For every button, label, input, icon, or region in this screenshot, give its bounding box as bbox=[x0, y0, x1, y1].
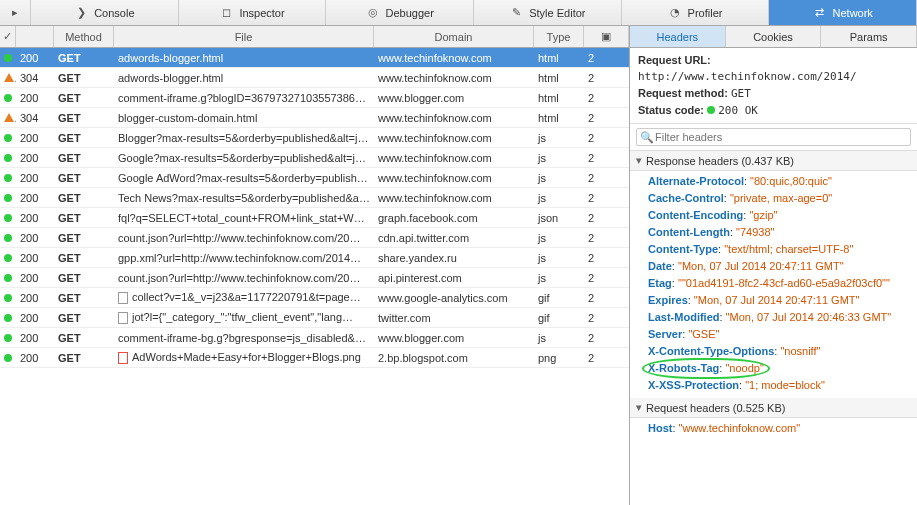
status-ok-icon bbox=[4, 214, 12, 222]
cell-type: gif bbox=[534, 312, 584, 324]
cell-extra: 2 bbox=[584, 252, 629, 264]
console-icon: ❯ bbox=[74, 6, 88, 20]
response-headers-toggle[interactable]: ▾Response headers (0.437 KB) bbox=[630, 151, 917, 171]
tab-headers[interactable]: Headers bbox=[630, 26, 726, 47]
cell-method: GET bbox=[54, 72, 114, 84]
tab-console[interactable]: ❯Console bbox=[31, 0, 179, 25]
cell-code: 200 bbox=[16, 352, 54, 364]
devtools-toolbar: ▸ ❯Console ◻Inspector ◎Debugger ✎Style E… bbox=[0, 0, 917, 26]
status-ok-icon bbox=[4, 134, 12, 142]
header-key: Date bbox=[648, 260, 672, 272]
request-row[interactable]: 200GETcomment-iframe-bg.g?bgresponse=js_… bbox=[0, 328, 629, 348]
header-key: Cache-Control bbox=[648, 192, 724, 204]
cell-file: Google AdWord?max-results=5&orderby=publ… bbox=[114, 172, 374, 184]
header-entry: X-Robots-Tag:noodp bbox=[648, 360, 917, 377]
cell-code: 200 bbox=[16, 52, 54, 64]
requests-header: ✓ Method File Domain Type ▣ bbox=[0, 26, 629, 48]
col-extra[interactable]: ▣ bbox=[584, 26, 629, 47]
request-row[interactable]: 200GETBlogger?max-results=5&orderby=publ… bbox=[0, 128, 629, 148]
request-row[interactable]: 200GETTech News?max-results=5&orderby=pu… bbox=[0, 188, 629, 208]
request-row[interactable]: 200GETcollect?v=1&_v=j23&a=1177220791&t=… bbox=[0, 288, 629, 308]
header-entry: Content-Encoding:gzip bbox=[648, 207, 917, 224]
col-file[interactable]: File bbox=[114, 26, 374, 47]
cell-code: 200 bbox=[16, 132, 54, 144]
header-entry: Cache-Control:private, max-age=0 bbox=[648, 190, 917, 207]
details-tabs: Headers Cookies Params bbox=[630, 26, 917, 48]
tab-network[interactable]: ⇄Network bbox=[769, 0, 917, 25]
twisty-icon: ▾ bbox=[636, 401, 642, 414]
tab-style-editor[interactable]: ✎Style Editor bbox=[474, 0, 622, 25]
request-row[interactable]: 200GETcount.json?url=http://www.techinfo… bbox=[0, 228, 629, 248]
inspector-icon: ◻ bbox=[219, 6, 233, 20]
request-row[interactable]: 200GETgpp.xml?url=http://www.techinfokno… bbox=[0, 248, 629, 268]
col-type[interactable]: Type bbox=[534, 26, 584, 47]
request-row[interactable]: 200GETjot?l={"_category_":"tfw_client_ev… bbox=[0, 308, 629, 328]
cell-code: 200 bbox=[16, 272, 54, 284]
details-panel: Headers Cookies Params Request URL: http… bbox=[630, 26, 917, 505]
cell-method: GET bbox=[54, 172, 114, 184]
status-ok-icon bbox=[4, 354, 12, 362]
tab-profiler[interactable]: ◔Profiler bbox=[622, 0, 770, 25]
header-key: Content-Type bbox=[648, 243, 718, 255]
header-key: Alternate-Protocol bbox=[648, 175, 744, 187]
header-value: "01ad4191-8fc2-43cf-ad60-e5a9a2f03cf0" bbox=[675, 277, 890, 289]
cell-type: json bbox=[534, 212, 584, 224]
request-row[interactable]: 200GETGoogle AdWord?max-results=5&orderb… bbox=[0, 168, 629, 188]
cell-code: 304 bbox=[16, 112, 54, 124]
request-row[interactable]: 304GETblogger-custom-domain.htmlwww.tech… bbox=[0, 108, 629, 128]
status-ok-icon bbox=[4, 194, 12, 202]
cell-extra: 2 bbox=[584, 132, 629, 144]
tab-debugger[interactable]: ◎Debugger bbox=[326, 0, 474, 25]
request-row[interactable]: 200GETadwords-blogger.htmlwww.techinfokn… bbox=[0, 48, 629, 68]
header-value: private, max-age=0 bbox=[727, 192, 832, 204]
cell-type: html bbox=[534, 112, 584, 124]
header-key: X-XSS-Protection bbox=[648, 379, 739, 391]
request-row[interactable]: 200GETAdWords+Made+Easy+for+Blogger+Blog… bbox=[0, 348, 629, 368]
cell-extra: 2 bbox=[584, 232, 629, 244]
cell-file: adwords-blogger.html bbox=[114, 52, 374, 64]
tab-cookies[interactable]: Cookies bbox=[726, 26, 822, 47]
tab-label: Debugger bbox=[386, 7, 434, 19]
header-key: Content-Encoding bbox=[648, 209, 743, 221]
col-status-code[interactable] bbox=[16, 26, 54, 47]
cell-type: html bbox=[534, 52, 584, 64]
request-row[interactable]: 200GETcomment-iframe.g?blogID=3679732710… bbox=[0, 88, 629, 108]
cell-domain: www.techinfoknow.com bbox=[374, 172, 534, 184]
header-entry: X-XSS-Protection:1; mode=block bbox=[648, 377, 917, 394]
toolbar-menu-button[interactable]: ▸ bbox=[0, 0, 31, 25]
header-value: www.techinfoknow.com bbox=[676, 422, 801, 434]
status-dot-icon bbox=[707, 106, 715, 114]
twisty-icon: ▾ bbox=[636, 154, 642, 167]
col-domain[interactable]: Domain bbox=[374, 26, 534, 47]
request-row[interactable]: 304GETadwords-blogger.htmlwww.techinfokn… bbox=[0, 68, 629, 88]
cell-domain: share.yandex.ru bbox=[374, 252, 534, 264]
file-icon bbox=[118, 312, 128, 324]
header-value: Mon, 07 Jul 2014 20:47:11 GMT bbox=[691, 294, 860, 306]
header-key: Content-Length bbox=[648, 226, 730, 238]
cell-extra: 2 bbox=[584, 192, 629, 204]
request-row[interactable]: 200GETfql?q=SELECT+total_count+FROM+link… bbox=[0, 208, 629, 228]
header-entry: Expires:Mon, 07 Jul 2014 20:47:11 GMT bbox=[648, 292, 917, 309]
tab-params[interactable]: Params bbox=[821, 26, 917, 47]
status-ok-icon bbox=[4, 314, 12, 322]
request-headers-toggle[interactable]: ▾Request headers (0.525 KB) bbox=[630, 398, 917, 418]
header-value: gzip bbox=[746, 209, 777, 221]
request-row[interactable]: 200GETGoogle?max-results=5&orderby=publi… bbox=[0, 148, 629, 168]
header-key: Last-Modified bbox=[648, 311, 720, 323]
col-method[interactable]: Method bbox=[54, 26, 114, 47]
tab-inspector[interactable]: ◻Inspector bbox=[179, 0, 327, 25]
cell-type: gif bbox=[534, 292, 584, 304]
request-row[interactable]: 200GETcount.json?url=http://www.techinfo… bbox=[0, 268, 629, 288]
debugger-icon: ◎ bbox=[366, 6, 380, 20]
filter-headers-input[interactable] bbox=[636, 128, 911, 146]
request-method: GET bbox=[731, 87, 751, 100]
cell-method: GET bbox=[54, 232, 114, 244]
status-ok-icon bbox=[4, 54, 12, 62]
cell-code: 200 bbox=[16, 212, 54, 224]
col-status-indicator[interactable]: ✓ bbox=[0, 26, 16, 47]
cell-method: GET bbox=[54, 352, 114, 364]
cell-type: js bbox=[534, 132, 584, 144]
cell-file: count.json?url=http://www.techinfoknow.c… bbox=[114, 272, 374, 284]
cell-domain: www.techinfoknow.com bbox=[374, 112, 534, 124]
cell-file: Google?max-results=5&orderby=published&a… bbox=[114, 152, 374, 164]
